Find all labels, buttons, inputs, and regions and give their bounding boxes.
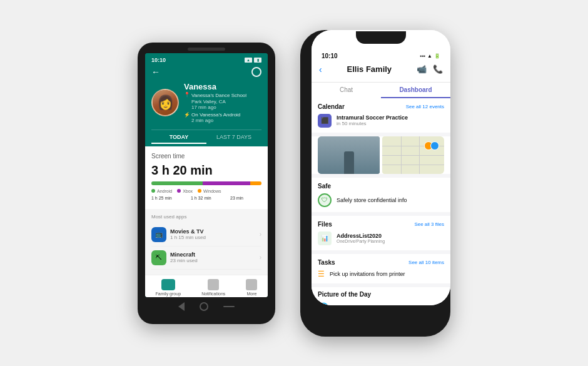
- tab-chat[interactable]: Chat: [312, 83, 381, 98]
- family-group-icon: [161, 279, 175, 290]
- nav-family-group[interactable]: Family group: [156, 279, 181, 296]
- app-info-movies: Movies & TV 1 h 15 min used: [170, 228, 206, 240]
- tab-dashboard[interactable]: Dashboard: [381, 83, 450, 98]
- photos-map-section: Photos: [312, 136, 450, 174]
- excel-icon: 📊: [318, 231, 332, 245]
- android-status-bar: 10:10 ▲ ▮: [151, 57, 261, 63]
- android-nav-bar: [138, 297, 275, 313]
- screen-time-section: Screen time 3 h 20 min Android Xbox: [145, 146, 268, 209]
- profile-info: Vanessa 📍 Vanessa's Dance School Park Va…: [184, 82, 246, 123]
- files-title: Files: [318, 221, 332, 228]
- progress-windows: [250, 181, 261, 185]
- tasks-title: Tasks: [318, 259, 335, 266]
- android-top-row: ←: [151, 67, 261, 77]
- app-time-movies: 1 h 15 min used: [170, 235, 206, 240]
- map-line-h2: [382, 155, 444, 156]
- wifi-icon: ▲: [427, 53, 432, 59]
- device-row: ⚡ On Vanessa's Android: [184, 112, 246, 118]
- app-row-movies: 📺 Movies & TV 1 h 15 min used ›: [151, 223, 261, 247]
- iphone-back-button[interactable]: ‹: [319, 64, 322, 74]
- iphone-content: Calendar See all 12 events ⬛ Intramural …: [312, 98, 450, 305]
- photos-thumbnail[interactable]: Photos: [318, 136, 380, 174]
- safe-title: Safe: [318, 183, 331, 190]
- iphone-nav-row: ‹ Ellis Family 📹 📞: [319, 64, 443, 74]
- speaker: [188, 48, 225, 51]
- iphone-page-title: Ellis Family: [347, 64, 392, 74]
- calendar-section: Calendar See all 12 events ⬛ Intramural …: [312, 98, 450, 133]
- minecraft-icon: ⛏: [151, 250, 166, 265]
- iphone-screen-wrapper: 10:10 ▪▪▪ ▲ 🔋 ‹ Ellis Family 📹 📞: [306, 30, 445, 305]
- calendar-event: ⬛ Intramural Soccer Practice in 50 minut…: [318, 114, 444, 128]
- gear-icon[interactable]: [251, 67, 261, 77]
- legend-dot-windows: [198, 189, 201, 193]
- file-details: AddressList2020 OneDrive/Party Planning: [337, 233, 385, 243]
- task-text: Pick up invitations from printer: [330, 271, 405, 277]
- nav-more[interactable]: More: [246, 279, 257, 296]
- phone-call-icon[interactable]: 📞: [433, 64, 443, 74]
- iphone-time: 10:10: [322, 53, 338, 59]
- profile-name: Vanessa: [184, 82, 246, 91]
- profile-section: 👩 Vanessa 📍 Vanessa's Dance School Park …: [151, 82, 261, 130]
- map-line-v2: [419, 136, 420, 174]
- tab-last7[interactable]: LAST 7 DAYS: [206, 130, 261, 144]
- files-header: Files See all 3 files: [318, 221, 444, 228]
- iphone-phone: 10:10 ▪▪▪ ▲ 🔋 ‹ Ellis Family 📹 📞: [300, 30, 450, 337]
- iphone-tabs: Chat Dashboard: [312, 83, 450, 98]
- tasks-see-all[interactable]: See all 10 items: [408, 260, 444, 265]
- files-see-all[interactable]: See all 3 files: [414, 221, 444, 227]
- calendar-title: Calendar: [318, 103, 345, 110]
- calendar-see-all[interactable]: See all 12 events: [406, 104, 444, 109]
- soccer-icon: ⬛: [321, 117, 328, 124]
- iphone-header: ‹ Ellis Family 📹 📞: [312, 62, 450, 83]
- android-phone: 10:10 ▲ ▮ ← 👩 Vanessa: [138, 43, 275, 324]
- photo-figure: [344, 151, 354, 174]
- android-time: 10:10: [151, 57, 166, 63]
- android-status-icons: ▲ ▮: [245, 58, 261, 63]
- app-row-minecraft: ⛏ Minecraft 23 min used ›: [151, 247, 261, 270]
- calendar-header: Calendar See all 12 events: [318, 103, 444, 110]
- profile-location: 📍 Vanessa's Dance School: [184, 92, 246, 99]
- task-list-icon: ☰: [318, 270, 325, 278]
- tab-today[interactable]: TODAY: [151, 130, 206, 144]
- map-thumbnail[interactable]: [382, 136, 444, 174]
- iphone-status-icons: ▪▪▪ ▲ 🔋: [420, 53, 440, 59]
- tasks-header: Tasks See all 10 items: [318, 259, 444, 266]
- profile-last-seen: 17 min ago: [184, 104, 246, 110]
- nav-notifications[interactable]: Notifications: [201, 279, 225, 296]
- screen-time-value: 3 h 20 min: [151, 163, 261, 178]
- legend-row: Android Xbox Windows: [151, 189, 261, 193]
- files-section: Files See all 3 files 📊 AddressList2020 …: [312, 216, 450, 250]
- avatar: 👩: [151, 89, 179, 116]
- legend-dot-xbox: [177, 189, 181, 193]
- safe-description: Safely store confidential info: [337, 197, 407, 203]
- photos-map-row[interactable]: Photos: [318, 136, 444, 174]
- event-name: Intramural Soccer Practice: [337, 114, 408, 121]
- back-button[interactable]: ←: [151, 67, 160, 77]
- progress-android: [151, 181, 203, 185]
- device-text: On Vanessa's Android: [191, 112, 240, 118]
- event-details: Intramural Soccer Practice in 50 minutes: [337, 114, 408, 126]
- files-row: 📊 AddressList2020 OneDrive/Party Plannin…: [318, 231, 444, 245]
- android-recents-nav[interactable]: [223, 306, 235, 307]
- tasks-row: ☰ Pick up invitations from printer: [318, 270, 444, 278]
- android-bottom-nav: Family group Notifications More: [145, 275, 268, 297]
- most-used-title: Most used apps: [151, 214, 261, 220]
- battery-icon: ▮: [254, 58, 261, 63]
- iphone-screen: 10:10 ▪▪▪ ▲ 🔋 ‹ Ellis Family 📹 📞: [312, 30, 450, 305]
- map-avatar-2: [430, 141, 439, 150]
- movies-icon: 📺: [151, 227, 166, 242]
- app-name-movies: Movies & TV: [170, 228, 206, 235]
- map-avatars: [424, 141, 439, 150]
- picture-of-day-section: Picture of the Day 🌐: [312, 287, 450, 305]
- chevron-right-icon: ›: [260, 231, 261, 238]
- shield-icon: 🛡: [322, 196, 328, 203]
- pin-icon: 📍: [184, 92, 190, 98]
- app-time-minecraft: 23 min used: [170, 258, 198, 263]
- android-back-nav[interactable]: [178, 302, 185, 311]
- more-icon: [246, 279, 257, 290]
- android-home-nav[interactable]: [200, 302, 208, 311]
- video-call-icon[interactable]: 📹: [417, 64, 427, 74]
- pod-title: Picture of the Day: [318, 291, 371, 298]
- map-line-v1: [401, 136, 402, 174]
- notifications-icon: [208, 279, 219, 290]
